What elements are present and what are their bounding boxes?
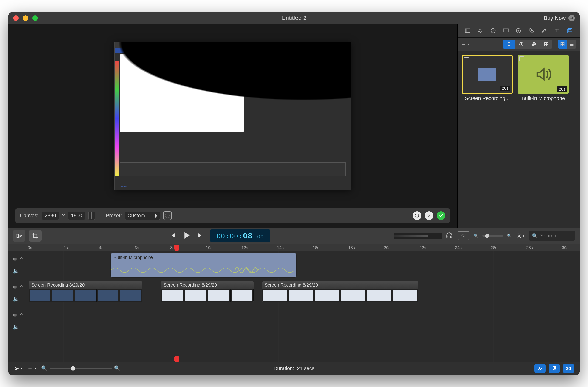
snapping-button[interactable] bbox=[549, 364, 560, 373]
svg-rect-12 bbox=[544, 42, 546, 44]
video-properties-tab[interactable] bbox=[462, 26, 473, 35]
scale-to-fit-button[interactable] bbox=[163, 211, 172, 220]
timeline-zoom-slider[interactable] bbox=[50, 368, 112, 369]
callout-tab[interactable] bbox=[513, 26, 524, 35]
x-separator: x bbox=[62, 213, 65, 219]
timeline-ruler[interactable]: 0s2s4s6s8s10s12s14s16s18s20s22s24s26s28s… bbox=[8, 244, 580, 252]
source-global-tab[interactable] bbox=[527, 40, 540, 49]
ruler-tick: 2s bbox=[63, 246, 68, 250]
canvas-color-swatch[interactable] bbox=[88, 212, 95, 220]
mute-toggle[interactable]: 🔈 ≡ bbox=[13, 296, 23, 302]
grid-view-button[interactable] bbox=[558, 40, 567, 49]
library-options-button[interactable]: ▾ bbox=[516, 233, 524, 239]
mute-toggle[interactable]: 🔈 ≡ bbox=[13, 324, 23, 330]
media-item[interactable]: 20s Screen Recording... bbox=[462, 55, 513, 101]
undo-arrow-icon bbox=[415, 213, 420, 218]
zoom-in-icon[interactable]: 🔍 bbox=[114, 366, 120, 371]
confirm-crop-button[interactable] bbox=[437, 211, 445, 220]
clock-icon bbox=[519, 41, 524, 47]
visibility-toggle[interactable]: 👁 ⌃ bbox=[13, 256, 23, 262]
duration-value: 21 secs bbox=[297, 366, 315, 371]
tracks-area[interactable]: Built-in Microphone Screen Recording 8/2… bbox=[28, 252, 580, 362]
video-clip[interactable]: Screen Recording 8/29/20 bbox=[262, 281, 418, 302]
app-window: Untitled 2 Buy Now ➜ Linked domainsAncho… bbox=[8, 12, 580, 375]
add-track-button[interactable]: ＋▾ bbox=[27, 365, 36, 372]
transport-controls: 00:00:08 09 bbox=[168, 229, 270, 242]
library-search-input[interactable]: 🔍 Search bbox=[528, 231, 575, 241]
library-search-controls: ⌫ 🔍 🔍 ▾ 🔍 Search bbox=[453, 228, 575, 244]
play-bar: ⧉» 00:00:08 09 ⌫ 🔍 🔍 ▾ 🔍 Searc bbox=[8, 228, 580, 244]
fps-button[interactable]: 30 bbox=[563, 364, 574, 373]
touch-callout-tab[interactable] bbox=[526, 26, 536, 35]
cursor-tool-button[interactable]: ➤▾ bbox=[14, 365, 22, 372]
search-icon: 🔍 bbox=[532, 233, 538, 239]
minimize-window-button[interactable] bbox=[23, 15, 28, 21]
grid-icon bbox=[560, 42, 565, 47]
plus-icon: ＋ bbox=[27, 365, 33, 372]
video-clip[interactable]: Screen Recording 8/29/20 bbox=[29, 281, 142, 302]
zoom-out-icon[interactable]: 🔍 bbox=[41, 366, 47, 371]
play-button[interactable] bbox=[182, 231, 191, 241]
grid4-icon bbox=[544, 41, 549, 47]
search-placeholder: Search bbox=[540, 233, 556, 239]
video-badge-icon bbox=[464, 57, 469, 62]
thumbnail-mode-button[interactable] bbox=[534, 364, 546, 373]
svg-rect-8 bbox=[567, 30, 571, 33]
timecode-display[interactable]: 00:00:08 09 bbox=[210, 229, 270, 242]
add-media-button[interactable]: ＋ ▾ bbox=[461, 40, 469, 48]
svg-point-4 bbox=[516, 29, 521, 33]
video-filters-tab[interactable] bbox=[488, 26, 498, 35]
next-frame-button[interactable] bbox=[197, 232, 205, 240]
revert-crop-button[interactable] bbox=[413, 211, 421, 220]
list-view-button[interactable] bbox=[567, 40, 576, 49]
audio-properties-tab[interactable] bbox=[475, 26, 485, 35]
source-grid-tab[interactable] bbox=[540, 40, 552, 49]
library-icon bbox=[566, 28, 573, 34]
media-library-tab[interactable] bbox=[564, 26, 574, 35]
crop-button[interactable] bbox=[29, 230, 42, 242]
buy-now-button[interactable]: Buy Now ➜ bbox=[544, 15, 575, 21]
skip-back-icon bbox=[168, 232, 176, 239]
visibility-toggle[interactable]: 👁 ⌃ bbox=[13, 312, 23, 318]
zoom-out-icon[interactable]: 🔍 bbox=[474, 233, 478, 238]
headphones-icon[interactable] bbox=[445, 232, 453, 240]
source-clock-tab[interactable] bbox=[515, 40, 527, 49]
svg-point-22 bbox=[539, 368, 540, 368]
prev-frame-button[interactable] bbox=[168, 232, 176, 240]
canvas-width-input[interactable]: 2880 bbox=[42, 212, 59, 220]
inspector-sidebar: ＋ ▾ 20s bbox=[457, 24, 580, 228]
svg-rect-13 bbox=[546, 42, 548, 44]
media-item[interactable]: 20s Built-in Microphone bbox=[518, 55, 569, 101]
preset-label: Preset: bbox=[106, 213, 122, 219]
annotations-tab[interactable] bbox=[539, 26, 549, 35]
mute-toggle[interactable]: 🔈 ≡ bbox=[13, 268, 23, 274]
media-item-label: Screen Recording... bbox=[462, 96, 513, 101]
text-tab[interactable] bbox=[552, 26, 562, 35]
cancel-crop-button[interactable] bbox=[425, 211, 433, 220]
visibility-toggle[interactable]: 👁 ⌃ bbox=[13, 285, 23, 290]
close-window-button[interactable] bbox=[13, 15, 19, 21]
media-thumbnail[interactable]: 20s bbox=[518, 55, 569, 94]
media-thumbnail[interactable]: 20s bbox=[462, 55, 513, 94]
keyword-toggle-button[interactable]: ⌫ bbox=[458, 231, 469, 240]
preset-select[interactable]: Custom ▲▼ bbox=[125, 212, 160, 220]
clip-label: Screen Recording 8/29/20 bbox=[161, 281, 253, 289]
ruler-tick: 14s bbox=[277, 246, 284, 250]
audio-clip[interactable]: Built-in Microphone bbox=[110, 253, 296, 278]
zoom-window-button[interactable] bbox=[32, 15, 38, 21]
video-badge-icon bbox=[519, 57, 524, 61]
audio-level-meter bbox=[394, 233, 442, 239]
library-toolbar: ＋ ▾ bbox=[458, 38, 580, 51]
video-clip[interactable]: Screen Recording 8/29/20 bbox=[161, 281, 254, 302]
globe-icon bbox=[531, 41, 537, 47]
thumbnail-zoom-slider[interactable] bbox=[482, 235, 503, 236]
canvas-preview[interactable]: Linked domainsAnchors bbox=[114, 42, 351, 190]
canvas-area[interactable]: Linked domainsAnchors bbox=[8, 24, 457, 208]
source-media-tab[interactable] bbox=[503, 40, 515, 49]
canvas-height-input[interactable]: 1800 bbox=[68, 212, 85, 220]
screen-recording-tab[interactable] bbox=[501, 26, 511, 35]
zoom-in-icon[interactable]: 🔍 bbox=[507, 233, 512, 238]
main-body: Linked domainsAnchors Canvas: 2880 x 180… bbox=[8, 24, 580, 228]
layers-button[interactable]: ⧉» bbox=[13, 230, 25, 242]
chevron-down-icon: ▾ bbox=[21, 367, 22, 370]
